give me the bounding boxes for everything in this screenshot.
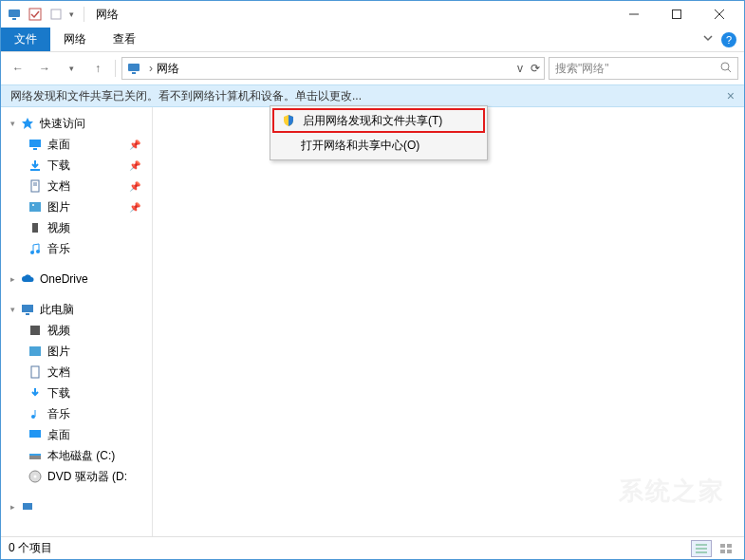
notification-bar[interactable]: 网络发现和文件共享已关闭。看不到网络计算机和设备。单击以更改... × [1,84,744,107]
tree-item-pictures[interactable]: 图片 [1,341,152,362]
context-menu: 启用网络发现和文件共享(T) 打开网络和共享中心(O) [270,105,488,160]
address-bar[interactable]: › 网络 v ⟳ [121,57,545,80]
status-text: 0 个项目 [9,540,52,556]
download-icon [28,158,43,173]
svg-rect-34 [29,454,41,456]
film-icon [28,323,43,338]
tree-item-dvd-drive[interactable]: DVD 驱动器 (D: [1,466,152,487]
tree-item-desktop[interactable]: 桌面 [1,424,152,445]
svg-point-20 [32,204,34,206]
refresh-button[interactable]: ⟳ [531,62,540,75]
download-icon [28,385,43,401]
svg-rect-0 [9,9,20,17]
svg-rect-29 [29,346,41,356]
tree-item-local-disk-c[interactable]: 本地磁盘 (C:) [1,445,152,466]
expand-icon[interactable]: ▸ [10,502,20,512]
shield-icon [280,114,297,127]
watermark: 系统之家 [619,475,725,508]
qat-properties-icon[interactable] [48,7,64,22]
menu-item-open-sharing-center[interactable]: 打开网络和共享中心(O) [272,133,485,158]
svg-rect-37 [23,503,32,510]
pin-icon: 📌 [129,140,140,150]
menu-item-enable-discovery[interactable]: 启用网络发现和文件共享(T) [272,108,485,133]
tree-item-videos[interactable]: 视频 [1,320,152,341]
tree-item-documents[interactable]: 文档 [1,362,152,383]
navigation-pane[interactable]: ▾ 快速访问 桌面📌 下载📌 文档📌 图片📌 视频 音乐 ▸ OneDrive … [1,107,153,536]
up-button[interactable]: ↑ [86,57,109,80]
maximize-button[interactable] [655,1,698,28]
help-icon[interactable]: ? [721,32,736,47]
ribbon-expand-icon[interactable] [702,32,714,47]
tree-onedrive[interactable]: ▸ OneDrive [1,269,152,289]
svg-point-36 [34,476,37,478]
svg-rect-2 [29,9,41,20]
qat-checkbox-icon[interactable] [28,7,43,22]
monitor-icon [28,137,43,152]
tab-network[interactable]: 网络 [50,28,100,51]
tree-item-music[interactable]: 音乐 [1,403,152,424]
tree-quick-access[interactable]: ▾ 快速访问 [1,113,152,134]
svg-rect-26 [22,305,33,312]
tree-this-pc[interactable]: ▾ 此电脑 [1,299,152,320]
search-icon[interactable] [720,62,732,76]
svg-rect-27 [26,313,29,315]
svg-rect-5 [672,10,680,19]
minimize-button[interactable] [612,1,655,28]
explorer-body: ▾ 快速访问 桌面📌 下载📌 文档📌 图片📌 视频 音乐 ▸ OneDrive … [1,107,744,536]
pin-icon: 📌 [129,202,140,213]
tree-label: 此电脑 [40,302,74,318]
details-view-button[interactable] [691,540,712,557]
tree-item-desktop[interactable]: 桌面📌 [1,134,152,155]
svg-rect-14 [33,148,37,150]
tree-label: 图片 [47,199,70,215]
svg-point-25 [36,250,40,253]
tree-item-downloads[interactable]: 下载📌 [1,155,152,176]
quick-access-toolbar: ▾ [5,7,88,22]
svg-rect-3 [51,9,61,19]
tree-label: 视频 [47,220,70,236]
tree-item-music[interactable]: 音乐 [1,238,152,259]
pin-icon: 📌 [129,160,140,171]
svg-rect-32 [29,430,41,438]
tree-item-pictures[interactable]: 图片📌 [1,196,152,217]
tree-label: OneDrive [40,272,88,286]
svg-rect-9 [132,72,136,74]
back-button[interactable]: ← [7,57,29,80]
tree-label: 图片 [47,344,70,360]
tree-item-documents[interactable]: 文档📌 [1,176,152,196]
recent-locations-button[interactable]: ▾ [60,57,83,80]
status-bar: 0 个项目 [1,536,744,559]
tree-label: 快速访问 [40,116,85,132]
divider [84,7,84,22]
star-icon [20,116,35,131]
picture-icon [28,199,43,215]
pc-icon [20,302,35,317]
svg-rect-16 [31,180,39,192]
tree-label: DVD 驱动器 (D: [47,469,127,485]
svg-rect-1 [12,18,16,20]
ribbon: 文件 网络 查看 ? [1,28,744,52]
close-button[interactable] [698,1,740,28]
svg-rect-44 [727,550,732,553]
file-tab[interactable]: 文件 [1,28,50,51]
expand-icon[interactable]: ▸ [10,274,20,284]
notification-close-button[interactable]: × [727,88,735,103]
expand-icon[interactable]: ▾ [10,305,20,314]
search-box[interactable]: 搜索"网络" [549,57,738,80]
large-icons-view-button[interactable] [716,540,736,557]
breadcrumb-location[interactable]: 网络 [157,61,179,77]
content-area[interactable]: 系统之家 [153,107,744,536]
tree-network-truncated[interactable]: ▸ [1,496,152,517]
tab-view[interactable]: 查看 [100,28,149,51]
tree-item-downloads[interactable]: 下载 [1,383,152,403]
tree-label: 文档 [47,178,70,195]
network-icon [7,7,22,22]
address-dropdown-icon[interactable]: v [517,62,523,75]
svg-marker-12 [22,118,33,129]
forward-button[interactable]: → [33,57,56,80]
menu-item-label: 打开网络和共享中心(O) [301,138,419,154]
qat-dropdown-icon[interactable]: ▾ [69,9,74,19]
expand-icon[interactable]: ▾ [10,119,20,128]
breadcrumb-separator[interactable]: › [149,62,153,75]
tree-item-videos[interactable]: 视频 [1,217,152,238]
